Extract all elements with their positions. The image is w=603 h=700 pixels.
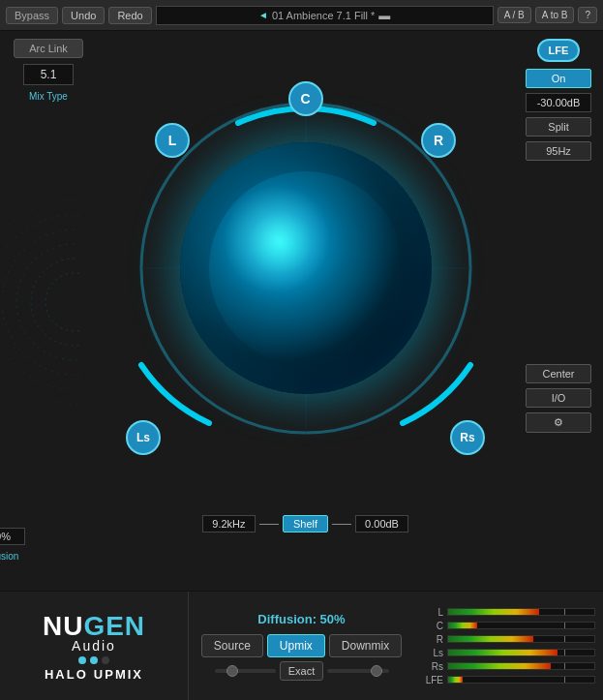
left-panel: Arc Link 5.1 Mix Type 50%: [0, 31, 97, 591]
lfe-on-button[interactable]: On: [526, 69, 591, 88]
meters-area: LCRLsRsLFE: [414, 592, 603, 700]
arc-link-button[interactable]: Arc Link: [14, 39, 83, 58]
meter-bar: [448, 609, 539, 615]
mix-type-value[interactable]: 5.1: [23, 64, 74, 85]
meter-tick: [564, 623, 565, 628]
meter-bar-container: [447, 635, 595, 643]
brand-audio: Audio: [72, 638, 116, 654]
mix-type-label: Mix Type: [29, 91, 68, 102]
speaker-c-label: C: [288, 81, 323, 116]
play-icon: ◄: [258, 10, 268, 20]
exact-slider-track[interactable]: [215, 669, 276, 673]
brand-dot-3: [102, 656, 109, 664]
brand-dot-2: [90, 656, 98, 664]
meter-tick: [564, 677, 565, 683]
exact-button[interactable]: Exact: [280, 661, 324, 681]
meter-row: R: [422, 634, 595, 645]
meter-tick: [564, 663, 565, 669]
diffusion-label: Diffusion: [0, 551, 18, 562]
brand-area: NUGEN Audio HALO UPMIX: [0, 592, 189, 700]
speaker-r-label: R: [421, 123, 456, 158]
meter-bar-container: [447, 662, 595, 670]
ab-controls: A / B A to B ?: [497, 7, 597, 23]
svg-point-1: [31, 259, 79, 346]
meter-bar: [448, 650, 558, 655]
meter-row: L: [422, 607, 595, 618]
undo-button[interactable]: Undo: [62, 7, 105, 24]
brand-dot-1: [78, 656, 86, 664]
meter-label: C: [422, 621, 443, 631]
exact-area: Exact: [215, 661, 389, 681]
svg-point-3: [2, 229, 79, 375]
help-button[interactable]: ?: [578, 7, 597, 23]
downmix-button[interactable]: Downmix: [329, 634, 402, 657]
brand-gen: GEN: [83, 611, 145, 641]
meter-row: Rs: [422, 661, 595, 672]
lfe-split-button[interactable]: Split: [526, 117, 591, 137]
diffusion-area: 50% Diffusion: [0, 528, 48, 562]
diffusion-display: Diffusion: 50%: [257, 612, 345, 626]
brand-nu: NU: [43, 611, 83, 641]
brand-halo: HALO: [45, 667, 88, 682]
io-button[interactable]: I/O: [526, 388, 591, 408]
bypass-button[interactable]: Bypass: [6, 7, 58, 24]
meter-tick: [564, 636, 565, 642]
eq-line-left: [259, 524, 279, 525]
brand-upmix: UPMIX: [94, 667, 143, 682]
ab-button[interactable]: A / B: [497, 7, 531, 23]
svg-point-4: [2, 215, 79, 389]
track-name: 01 Ambience 7.1 Fill *: [272, 10, 375, 21]
eq-line-right: [332, 524, 351, 525]
center-area: C L R Ls Rs: [97, 31, 514, 591]
meter-bar: [448, 636, 533, 642]
right-panel: LFE On -30.00dB Split 95Hz Center I/O ⚙: [514, 31, 603, 591]
meter-label: R: [422, 634, 443, 645]
meter-bar: [448, 677, 463, 683]
upmix-button[interactable]: Upmix: [267, 634, 325, 657]
exact-slider-thumb: [226, 665, 238, 677]
sphere-inner-glow: [209, 171, 403, 365]
meter-label: Rs: [422, 661, 443, 672]
top-bar: Bypass Undo Redo ◄ 01 Ambience 7.1 Fill …: [0, 0, 603, 31]
bottom-controls: Diffusion: 50% Source Upmix Downmix Exac…: [189, 592, 414, 700]
eq-db-value[interactable]: 0.00dB: [355, 515, 408, 533]
meter-bar: [448, 663, 551, 669]
meter-bar-container: [447, 622, 595, 629]
speaker-rs-label: Rs: [450, 420, 485, 455]
meter-tick: [564, 609, 565, 615]
track-display: ◄ 01 Ambience 7.1 Fill * ▬: [156, 6, 494, 25]
meter-bar-container: [447, 676, 595, 684]
svg-point-2: [16, 244, 79, 360]
settings-button[interactable]: ⚙: [526, 412, 591, 433]
eq-shelf-button[interactable]: Shelf: [283, 515, 328, 533]
exact-slider-track-2[interactable]: [327, 669, 388, 673]
speaker-ls-label: Ls: [126, 420, 161, 455]
brand-dots: [78, 656, 109, 664]
redo-button[interactable]: Redo: [108, 7, 151, 24]
playlist-icon: ▬: [378, 9, 390, 22]
center-button[interactable]: Center: [526, 364, 591, 383]
meter-bar: [448, 623, 477, 628]
lfe-hz-button[interactable]: 95Hz: [526, 141, 591, 161]
lfe-label: LFE: [537, 39, 580, 62]
diffusion-value[interactable]: 50%: [0, 528, 25, 545]
speaker-l-label: L: [155, 123, 190, 158]
meter-bar-container: [447, 649, 595, 656]
source-upmix-buttons: Source Upmix Downmix: [201, 634, 402, 657]
meter-label: LFE: [422, 675, 443, 685]
meter-row: Ls: [422, 648, 595, 658]
lfe-db-value[interactable]: -30.00dB: [526, 93, 591, 112]
exact-slider-thumb-2: [371, 665, 382, 677]
meter-label: L: [422, 607, 443, 618]
svg-point-5: [2, 200, 79, 404]
main-area: Arc Link 5.1 Mix Type 50%: [0, 31, 603, 591]
source-button[interactable]: Source: [201, 634, 263, 657]
meter-label: Ls: [422, 648, 443, 658]
meter-row: LFE: [422, 675, 595, 685]
svg-point-0: [45, 273, 79, 331]
atob-button[interactable]: A to B: [535, 7, 575, 23]
eq-freq-value[interactable]: 9.2kHz: [202, 515, 256, 533]
meter-tick: [564, 650, 565, 655]
brand-product: HALO UPMIX: [45, 667, 143, 682]
left-arc-visualization: [2, 108, 79, 496]
